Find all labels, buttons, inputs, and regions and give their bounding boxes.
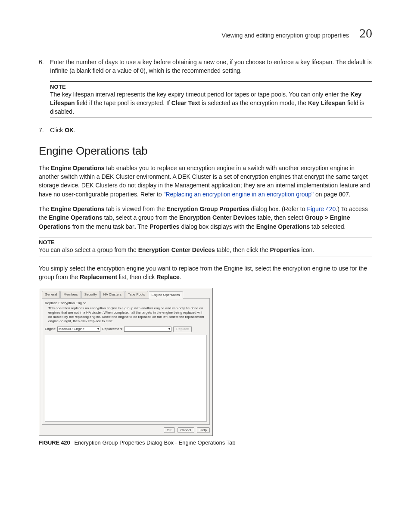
link-figure-420[interactable]: Figure 420 xyxy=(307,205,336,212)
page: Viewing and editing encryption group pro… xyxy=(0,0,411,472)
engine-list-area[interactable] xyxy=(45,335,207,422)
dialog-tabs: General Members Security HA Clusters Tap… xyxy=(42,291,210,299)
para-instructions: You simply select the encryption engine … xyxy=(39,264,372,282)
header-title: Viewing and editing encryption group pro… xyxy=(222,32,349,39)
link-replacing-engine[interactable]: "Replacing an encryption engine in an en… xyxy=(164,191,314,198)
step-text: Enter the number of days to use a key be… xyxy=(50,58,372,75)
cancel-button[interactable]: Cancel xyxy=(177,427,194,433)
help-button[interactable]: Help xyxy=(197,427,210,433)
engine-combo[interactable]: Mace38 / Engine ▾ xyxy=(57,327,100,332)
step-6: 6. Enter the number of days to use a key… xyxy=(39,58,372,75)
figure-dialog: General Members Security HA Clusters Tap… xyxy=(39,288,213,436)
tab-members[interactable]: Members xyxy=(60,291,81,299)
engine-label: Engine xyxy=(45,327,56,331)
note-heading: NOTE xyxy=(50,84,372,90)
dialog-button-row: OK Cancel Help xyxy=(42,427,210,433)
figure-caption: FIGURE 420Encryption Group Properties Di… xyxy=(39,439,372,446)
note-properties-icon: NOTE You can also select a group from th… xyxy=(39,237,372,256)
engine-row: Engine Mace38 / Engine ▾ Replacement ▾ R… xyxy=(45,326,207,332)
chevron-down-icon: ▾ xyxy=(97,327,99,331)
page-header: Viewing and editing encryption group pro… xyxy=(39,26,372,40)
engine-combo-value: Mace38 / Engine xyxy=(59,327,84,331)
replacement-combo[interactable]: ▾ xyxy=(124,327,171,332)
heading-engine-operations-tab: Engine Operations tab xyxy=(39,144,372,158)
chevron-down-icon: ▾ xyxy=(168,327,170,331)
chapter-number: 20 xyxy=(359,26,372,40)
figure-caption-text: Encryption Group Properties Dialog Box -… xyxy=(74,439,235,446)
tab-engine-operations[interactable]: Engine Operations xyxy=(149,291,183,299)
para-overview: The Engine Operations tab enables you to… xyxy=(39,164,372,199)
tab-security[interactable]: Security xyxy=(81,291,100,299)
note-body: The key lifespan interval represents the… xyxy=(50,90,372,116)
tab-ha-clusters[interactable]: HA Clusters xyxy=(100,291,125,299)
para-access: The Engine Operations tab is viewed from… xyxy=(39,205,372,231)
step-7: 7. Click OK. xyxy=(39,126,372,134)
step-text: Click OK. xyxy=(50,126,372,134)
tab-panel: Replace Encryption Engine This operation… xyxy=(42,299,210,424)
note-key-lifespan: NOTE The key lifespan interval represent… xyxy=(50,81,372,118)
note-heading: NOTE xyxy=(39,239,372,246)
replace-button[interactable]: Replace xyxy=(173,326,192,332)
figure-label: FIGURE 420 xyxy=(39,439,70,446)
section-description: This operation replaces an encryption en… xyxy=(48,306,207,324)
note-body: You can also select a group from the Enc… xyxy=(39,246,372,254)
step-number: 7. xyxy=(39,126,50,134)
section-title: Replace Encryption Engine xyxy=(45,301,207,305)
tab-general[interactable]: General xyxy=(42,291,60,299)
replacement-label: Replacement xyxy=(102,327,122,331)
step-number: 6. xyxy=(39,58,50,75)
tab-tape-pools[interactable]: Tape Pools xyxy=(125,291,148,299)
ok-button[interactable]: OK xyxy=(164,427,175,433)
